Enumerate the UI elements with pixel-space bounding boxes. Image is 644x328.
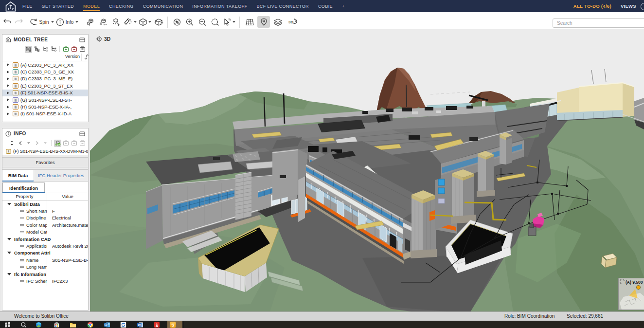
tree-by-discipline-button[interactable] bbox=[41, 46, 49, 53]
minimap-camera-pin[interactable] bbox=[636, 285, 641, 290]
property-column-header[interactable]: Property bbox=[2, 193, 47, 200]
panel-window-icon[interactable] bbox=[79, 37, 85, 42]
toolbar-cube-view-button[interactable] bbox=[138, 16, 152, 28]
tree-by-type-button[interactable] bbox=[50, 46, 57, 53]
menu-item-cobie[interactable]: COBIE bbox=[318, 0, 333, 12]
taskbar-windows-start-icon[interactable] bbox=[4, 321, 11, 328]
property-group-ifc-information[interactable]: Ifc Information bbox=[2, 271, 88, 277]
collapse-arrow-icon[interactable] bbox=[7, 238, 11, 240]
tab-ifc-header-properties[interactable]: IFC Header Properties bbox=[34, 170, 88, 182]
toolbar-show-components-button[interactable] bbox=[85, 16, 96, 28]
info-forward-history-dropdown[interactable] bbox=[41, 140, 49, 147]
3d-viewport[interactable]: 3D bbox=[90, 29, 644, 311]
property-row-ifc-schema[interactable]: IFC SchemaIFC2X3 bbox=[2, 277, 88, 284]
value-column-header[interactable]: Value bbox=[47, 193, 88, 200]
taskbar-acrobat-icon[interactable] bbox=[154, 321, 160, 328]
tree-row-g-s01-nsp-ese-b-st[interactable]: (G) S01-NSP-ESE-B-ST- bbox=[2, 96, 88, 103]
info-report-c-button[interactable] bbox=[79, 140, 86, 147]
menu-item-model[interactable]: MODEL bbox=[83, 0, 100, 12]
expand-arrow-icon[interactable] bbox=[7, 91, 9, 94]
link-icon[interactable] bbox=[84, 55, 89, 59]
menu-item-item[interactable]: + bbox=[342, 0, 345, 12]
taskbar-outlook-icon[interactable] bbox=[104, 321, 110, 328]
collapse-arrow-icon[interactable] bbox=[7, 273, 11, 275]
info-back-history-dropdown[interactable] bbox=[25, 140, 32, 147]
tree-flat-button[interactable] bbox=[33, 46, 40, 53]
tree-by-model-button[interactable] bbox=[25, 46, 32, 53]
menu-item-get-started[interactable]: GET STARTED bbox=[42, 0, 74, 12]
tree-row-f-s01-nsp-ese-b-is-x[interactable]: (F) S01-NSP-ESE-B-IS-X bbox=[2, 90, 88, 96]
menu-item-all-to-do-4-6[interactable]: ALL TO-DO (4/6) bbox=[573, 3, 611, 9]
property-row-name[interactable]: NameS01-NSP-ESE-B-IS-... bbox=[2, 256, 88, 263]
toolbar-3d-settings-button[interactable]: 3D bbox=[286, 16, 299, 28]
property-group-component-attri[interactable]: Component Attri bbox=[2, 250, 88, 256]
solibri-logo-icon[interactable] bbox=[4, 1, 17, 12]
taskbar-sync-app-icon[interactable] bbox=[120, 321, 126, 328]
taskbar-word-icon[interactable]: W bbox=[137, 321, 143, 328]
minimap-expand-icon[interactable] bbox=[620, 279, 625, 284]
tree-row-i-s01-nsp-ese-x-id-a[interactable]: (I) S01-NSP-ESE-X-ID-A bbox=[2, 110, 88, 117]
update-model-button[interactable] bbox=[71, 46, 78, 53]
toolbar-zoom-window-button[interactable] bbox=[209, 16, 221, 28]
property-row-discipline[interactable]: DisciplineElectrical bbox=[2, 215, 88, 221]
toolbar-select-components-button[interactable] bbox=[110, 16, 122, 28]
info-components-button[interactable] bbox=[54, 140, 61, 147]
collapse-arrow-icon[interactable] bbox=[7, 203, 11, 205]
toolbar-zoom-in-button[interactable] bbox=[184, 16, 196, 28]
menu-item-bcf-live-connector[interactable]: BCF LIVE CONNECTOR bbox=[256, 0, 309, 12]
info-report-a-button[interactable] bbox=[62, 140, 70, 147]
tab-bim-data[interactable]: BIM Data bbox=[2, 170, 34, 182]
expand-arrow-icon[interactable] bbox=[7, 63, 9, 66]
tab-identification[interactable]: Identification bbox=[2, 182, 45, 193]
toolbar-section-box-button[interactable] bbox=[153, 16, 164, 28]
taskbar-solibri-icon[interactable]: S bbox=[170, 321, 176, 328]
expand-arrow-icon[interactable] bbox=[7, 98, 9, 101]
property-group-information-cad[interactable]: Information CAD bbox=[2, 236, 88, 242]
toolbar-zoom-out-button[interactable] bbox=[197, 16, 208, 28]
expand-arrow-icon[interactable] bbox=[7, 84, 9, 87]
add-model-button[interactable] bbox=[62, 46, 70, 53]
info-report-b-button[interactable] bbox=[71, 140, 78, 147]
tree-row-c-c2303-pc-3-ge-xx[interactable]: (C) C2303_PC_3_GE_XX bbox=[2, 68, 88, 75]
expand-arrow-icon[interactable] bbox=[7, 112, 9, 115]
user-account-icon[interactable] bbox=[641, 3, 644, 10]
toolbar-layers-button[interactable] bbox=[271, 16, 284, 28]
toolbar-footprint-button[interactable] bbox=[257, 16, 270, 28]
panel-window-icon[interactable] bbox=[79, 131, 85, 136]
toolbar-fit-view-button[interactable] bbox=[171, 16, 183, 28]
info-back-button[interactable] bbox=[17, 140, 24, 147]
toolbar-info-button[interactable]: Info bbox=[55, 16, 79, 28]
taskbar-microsoft-store-icon[interactable] bbox=[54, 321, 60, 328]
property-row-long-name[interactable]: Long Name bbox=[2, 264, 88, 271]
menu-item-checking[interactable]: CHECKING bbox=[109, 0, 134, 12]
save-model-button[interactable] bbox=[79, 46, 86, 53]
collapse-arrow-icon[interactable] bbox=[7, 252, 11, 254]
menu-item-information-takeoff[interactable]: INFORMATION TAKEOFF bbox=[192, 0, 247, 12]
toolbar-styles-button[interactable] bbox=[123, 16, 137, 28]
menu-item-views[interactable]: VIEWS bbox=[621, 3, 636, 9]
tree-row-d-c2303-pc-3-me-e[interactable]: (D) C2303_PC_3_ME_E) bbox=[2, 75, 88, 82]
search-input[interactable] bbox=[553, 18, 644, 28]
tree-row-a-c2303-pc-3-ar-xx[interactable]: (A) C2303_PC_3_AR_XX bbox=[2, 61, 88, 68]
taskbar-chrome-icon[interactable] bbox=[87, 321, 93, 328]
favorites-bar[interactable]: Favorites bbox=[2, 157, 88, 167]
toolbar-spin-button[interactable]: Spin bbox=[29, 16, 54, 28]
expand-arrow-icon[interactable] bbox=[7, 71, 9, 73]
taskbar-windows-search-icon[interactable] bbox=[20, 321, 27, 328]
toolbar-hide-components-button[interactable] bbox=[97, 16, 109, 28]
tree-row-e-c2303-pc-3-st-ex[interactable]: (E) C2303_PC_3_ST_EX bbox=[2, 82, 88, 89]
toolbar-redo-button[interactable] bbox=[13, 16, 24, 28]
taskbar-file-explorer-icon[interactable] bbox=[70, 321, 76, 328]
expand-arrow-icon[interactable] bbox=[7, 77, 9, 80]
expand-arrow-icon[interactable] bbox=[7, 106, 9, 109]
property-row-model-cate[interactable]: Model Cate bbox=[2, 229, 88, 236]
toolbar-undo-button[interactable] bbox=[2, 16, 13, 28]
property-row-color-map[interactable]: Color MapArchitecture.mate... bbox=[2, 221, 88, 228]
tree-row-h-s01-nsp-ese-x-ia[interactable]: (H) S01-NSP-ESE-X-IA-, bbox=[2, 103, 88, 110]
info-sort-button[interactable] bbox=[8, 140, 16, 147]
menu-item-file[interactable]: FILE bbox=[22, 0, 33, 12]
minimap-overlay[interactable]: (A) 9.500 bbox=[618, 278, 644, 310]
toolbar-pick-button[interactable] bbox=[222, 16, 236, 28]
toolbar-grid-table-button[interactable] bbox=[243, 16, 256, 28]
property-row-application[interactable]: ApplicationAutodesk Revit 20... bbox=[2, 242, 88, 249]
